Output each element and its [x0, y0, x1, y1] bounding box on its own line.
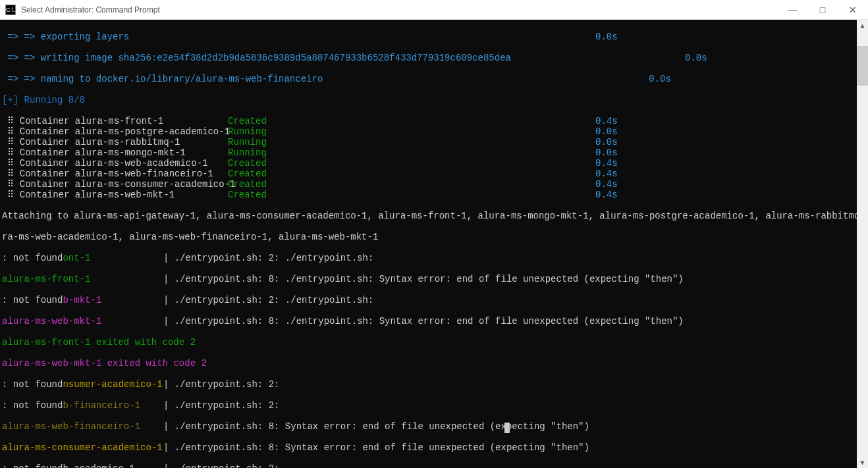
terminal-output[interactable]: => => exporting layers 0.0s => => writin… — [0, 20, 857, 468]
container-row: ⠿ Container alura-ms-web-mkt-1Created0.4… — [2, 190, 855, 200]
container-time: 0.4s — [595, 169, 618, 179]
build-time: 0.0s — [595, 32, 618, 42]
service-label: alura-ms-front-1 — [2, 274, 163, 284]
build-time: 0.0s — [649, 74, 671, 84]
attach-line: Attaching to alura-ms-api-gateway-1, alu… — [2, 211, 855, 221]
container-name: ⠿ Container alura-ms-front-1 — [2, 116, 228, 126]
window-frame: C:\. Select Administrator: Command Promp… — [0, 0, 868, 468]
scrollbar-thumb[interactable] — [857, 46, 868, 86]
container-status: Running — [228, 147, 595, 158]
container-row: ⠿ Container alura-ms-front-1Created0.4s — [2, 116, 855, 126]
build-time: 0.0s — [685, 53, 707, 63]
container-status: Running — [228, 126, 595, 137]
container-status: Created — [228, 158, 595, 169]
exit-line: alura-ms-web-mkt-1 exited with code 2 — [2, 358, 855, 369]
attach-line: ra-ms-web-academico-1, alura-ms-web-fina… — [2, 232, 855, 242]
terminal-body: => => exporting layers 0.0s => => writin… — [0, 20, 868, 468]
service-label: alura-ms-web-financeiro-1 — [2, 421, 163, 432]
container-time: 0.4s — [595, 190, 618, 200]
container-time: 0.4s — [595, 158, 618, 169]
running-header: [+] Running 8/8 — [2, 95, 855, 105]
log-msg: ./entrypoint.sh: 2: ./entrypoint.sh: — [175, 253, 373, 263]
window-title: Select Administrator: Command Prompt — [21, 5, 160, 14]
container-name: ⠿ Container alura-ms-mongo-mkt-1 — [2, 147, 228, 158]
container-row: ⠿ Container alura-ms-mongo-mkt-1Running0… — [2, 147, 855, 158]
container-row: ⠿ Container alura-ms-consumer-academico-… — [2, 179, 855, 190]
container-name: ⠿ Container alura-ms-web-financeiro-1 — [2, 169, 228, 179]
service-label: alura-ms-web-mkt-1 — [2, 316, 163, 326]
log-msg: ./entrypoint.sh: 2: — [175, 463, 280, 468]
build-line: => => writing image sha256:e2e54f38d2d2b… — [2, 53, 511, 63]
container-row: ⠿ Container alura-ms-rabbitmq-1Running0.… — [2, 137, 855, 147]
container-status: Running — [228, 137, 595, 147]
titlebar[interactable]: C:\. Select Administrator: Command Promp… — [0, 0, 868, 20]
container-time: 0.0s — [595, 147, 618, 158]
build-line: => => naming to docker.io/library/alura-… — [2, 74, 323, 84]
container-time: 0.4s — [595, 116, 618, 126]
exit-line: alura-ms-front-1 exited with code 2 — [2, 337, 855, 348]
build-line: => => exporting layers — [2, 32, 228, 42]
container-name: ⠿ Container alura-ms-web-academico-1 — [2, 158, 228, 169]
container-row: ⠿ Container alura-ms-postgre-academico-1… — [2, 126, 855, 137]
scroll-up-button[interactable]: ▲ — [857, 20, 868, 31]
close-button[interactable]: ✕ — [838, 0, 868, 20]
cursor — [504, 423, 510, 433]
container-name: ⠿ Container alura-ms-postgre-academico-1 — [2, 126, 228, 137]
service-label: alura-ms-consumer-academico-1 — [2, 442, 163, 453]
container-time: 0.0s — [595, 126, 618, 137]
log-msg: ./entrypoint.sh: 8: ./entrypoint.sh: Syn… — [175, 274, 684, 284]
cmd-icon: C:\. — [5, 5, 16, 15]
log-msg: ./entrypoint.sh: 2: — [175, 400, 280, 411]
minimize-button[interactable]: — — [777, 0, 807, 20]
container-time: 0.0s — [595, 137, 618, 147]
container-time: 0.4s — [595, 179, 618, 190]
container-row: ⠿ Container alura-ms-web-academico-1Crea… — [2, 158, 855, 169]
container-name: ⠿ Container alura-ms-consumer-academico-… — [2, 179, 228, 190]
container-status: Created — [228, 179, 595, 190]
maximize-button[interactable]: □ — [807, 0, 838, 20]
log-msg: ./entrypoint.sh: 8: Syntax error: end of… — [175, 442, 589, 453]
log-msg: ./entrypoint.sh: 8: ./entrypoint.sh: Syn… — [175, 316, 684, 326]
scrollbar[interactable]: ▲ ▼ — [857, 20, 868, 468]
container-status: Created — [228, 190, 595, 200]
log-msg: ./entrypoint.sh: 2: — [175, 379, 280, 390]
container-name: ⠿ Container alura-ms-web-mkt-1 — [2, 190, 228, 200]
scroll-down-button[interactable]: ▼ — [857, 457, 868, 468]
container-row: ⠿ Container alura-ms-web-financeiro-1Cre… — [2, 169, 855, 179]
container-status: Created — [228, 169, 595, 179]
log-msg: ./entrypoint.sh: 2: ./entrypoint.sh: — [175, 295, 373, 305]
container-name: ⠿ Container alura-ms-rabbitmq-1 — [2, 137, 228, 147]
log-msg: ./entrypoint.sh: 8: Syntax error: end of… — [175, 421, 589, 432]
container-status: Created — [228, 116, 595, 126]
